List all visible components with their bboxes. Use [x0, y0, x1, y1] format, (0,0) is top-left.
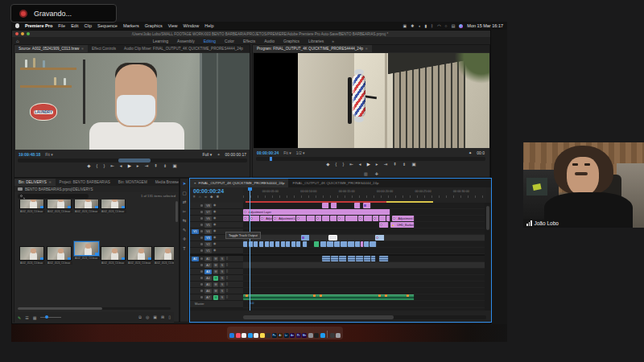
source-patch-v1[interactable] — [192, 249, 199, 253]
clip-thumbnail-3[interactable]: A002_0524_C0.braw — [101, 200, 126, 209]
dock-minimized-window[interactable] — [330, 333, 335, 338]
clip-v2-17[interactable] — [348, 241, 355, 247]
source-zoom-select[interactable]: Fit ▾ — [45, 152, 52, 157]
clip-thumbnail-5[interactable]: A002_0524_C0.braw — [47, 246, 72, 261]
source-patch-a3[interactable] — [192, 269, 199, 274]
source-panel-tab-2[interactable]: Audio Clip Mixer: FINAL_OUTPUT_4K QUICKT… — [120, 45, 247, 52]
track-header-v2[interactable]: V2◉ — [190, 241, 243, 248]
clip-v6-13[interactable] — [373, 216, 379, 221]
timeline-timecode[interactable]: 00:00:00:24 — [190, 187, 243, 194]
dock-trash-icon[interactable] — [336, 333, 341, 338]
workspace-tab-assembly[interactable]: Assembly — [177, 39, 195, 43]
track-lane-a4[interactable] — [243, 275, 486, 282]
clip-v6-2[interactable]: Adjustment — [260, 216, 273, 221]
clip-a1-6[interactable] — [371, 256, 376, 261]
clip-v2-0[interactable] — [243, 241, 248, 247]
export-frame-button[interactable]: ▣ — [411, 162, 415, 167]
program-playhead-marker[interactable] — [270, 157, 272, 161]
step-back-button[interactable]: ◂ — [359, 162, 361, 167]
add-marker-button[interactable]: ◆ — [326, 162, 329, 167]
track-lock-icon[interactable] — [200, 243, 203, 245]
thumbnail-zoom-slider[interactable] — [40, 317, 61, 318]
add-marker-button[interactable]: ◆ — [87, 164, 90, 169]
dock-mail-icon[interactable] — [248, 333, 253, 338]
clip-v2-15[interactable] — [334, 241, 341, 247]
track-number-a5[interactable]: A5 — [204, 282, 212, 287]
clip-v2-4[interactable] — [265, 241, 270, 247]
dock-system-preferences-icon[interactable] — [308, 333, 313, 338]
toggle-track-output-icon[interactable]: ◉ — [213, 204, 216, 208]
list-view-button[interactable]: ☰ — [25, 315, 28, 320]
track-number-v4[interactable]: V4 — [204, 229, 212, 234]
dock-terminal-icon[interactable] — [314, 333, 319, 338]
track-lock-icon[interactable] — [200, 270, 203, 273]
play-button[interactable]: ▶ — [367, 162, 370, 167]
minimize-window-button[interactable] — [21, 32, 24, 35]
track-lane-a6[interactable] — [243, 288, 486, 294]
track-lock-icon[interactable] — [200, 230, 203, 232]
clip-thumbnail-1[interactable]: A002_0524_C0.braw — [47, 200, 72, 209]
voiceover-record-icon[interactable]: ▯ — [226, 283, 228, 286]
siri-icon[interactable] — [459, 24, 463, 28]
new-item-button[interactable]: ⊞ — [161, 315, 164, 320]
clip-a7-0[interactable] — [243, 294, 415, 300]
project-panel-tab-1[interactable]: Project: BENTO BARBEARIAS — [56, 179, 114, 186]
track-number-a3[interactable]: A3 — [204, 269, 212, 274]
toggle-track-output-icon[interactable]: ◉ — [213, 249, 216, 253]
project-panel-tab-3[interactable]: Media Browser — [151, 179, 179, 186]
track-lane-v3[interactable] — [243, 235, 486, 241]
button-editor-button[interactable]: ✚ — [375, 172, 378, 176]
wifi-icon[interactable]: ◠ — [437, 24, 440, 28]
clip-v8-2[interactable] — [354, 203, 361, 208]
voiceover-record-icon[interactable]: ▯ — [226, 257, 228, 261]
clip-v2-8[interactable] — [286, 241, 291, 247]
source-panel-tab-1[interactable]: Effect Controls — [88, 45, 120, 52]
clip-v2-7[interactable] — [281, 241, 286, 247]
step-forward-button[interactable]: ▸ — [376, 162, 378, 167]
program-video-viewer[interactable] — [254, 53, 489, 148]
ripple-edit-tool[interactable]: ⇄ — [183, 200, 187, 205]
clip-a1-3[interactable] — [348, 256, 356, 261]
workspace-tab-learning[interactable]: Learning — [153, 39, 168, 43]
slip-tool[interactable]: ⇆ — [183, 219, 187, 224]
source-scrub-bar[interactable] — [18, 158, 247, 162]
source-patch-a1[interactable]: A1 — [192, 257, 199, 261]
menu-item-premiere-pro[interactable]: Premiere Pro — [25, 23, 52, 28]
track-number-v8[interactable]: V8 — [204, 204, 212, 208]
insert-button[interactable]: ⇞ — [393, 162, 397, 167]
track-lane-master[interactable]: 0.0 — [243, 301, 486, 308]
clip-v6-5[interactable] — [307, 216, 316, 221]
track-lane-v7[interactable]: Adjustment Layer — [243, 209, 486, 216]
clip-v8-0[interactable] — [322, 203, 328, 208]
razor-tool[interactable]: ✂ — [183, 210, 187, 215]
voiceover-record-icon[interactable]: ▯ — [226, 277, 228, 280]
clip-v2-5[interactable] — [270, 241, 275, 247]
voiceover-record-icon[interactable]: ▯ — [226, 296, 228, 299]
source-patch-a2[interactable] — [192, 263, 199, 268]
source-patch-v6[interactable] — [192, 216, 199, 221]
menu-item-view[interactable]: View — [168, 23, 178, 28]
workspace-tab-graphics[interactable]: Graphics — [283, 39, 299, 43]
timeline-settings-icon[interactable]: ✱ — [217, 195, 220, 199]
clip-v2-14[interactable] — [327, 241, 333, 247]
export-frame-button[interactable]: ▣ — [172, 164, 176, 169]
track-lock-icon[interactable] — [200, 257, 203, 260]
clip-v6-4[interactable] — [296, 216, 308, 221]
track-number-v6[interactable]: V6 — [204, 216, 212, 221]
clip-v6-7[interactable] — [322, 216, 330, 221]
clip-v2-18[interactable] — [355, 241, 361, 247]
dock-safari-icon[interactable] — [254, 333, 258, 338]
track-lane-a3[interactable] — [243, 269, 486, 275]
source-patch-a5[interactable] — [192, 282, 199, 287]
track-header-a3[interactable]: A3MS▯ — [190, 269, 243, 275]
track-lock-icon[interactable] — [200, 290, 203, 292]
source-panel-tab-3[interactable]: Metadata — [247, 45, 250, 52]
mark-in-button[interactable]: { — [336, 162, 337, 167]
track-header-a4[interactable]: A4MS▯ — [190, 275, 243, 282]
menu-item-markers[interactable]: Markers — [123, 23, 139, 28]
clip-v2-13[interactable] — [320, 241, 327, 247]
menu-item-window[interactable]: Window — [184, 23, 200, 28]
clip-v2-3[interactable] — [259, 241, 264, 247]
dock-premiere-icon[interactable]: Pr — [296, 333, 301, 338]
volume-icon[interactable]: ◖ — [418, 24, 420, 28]
